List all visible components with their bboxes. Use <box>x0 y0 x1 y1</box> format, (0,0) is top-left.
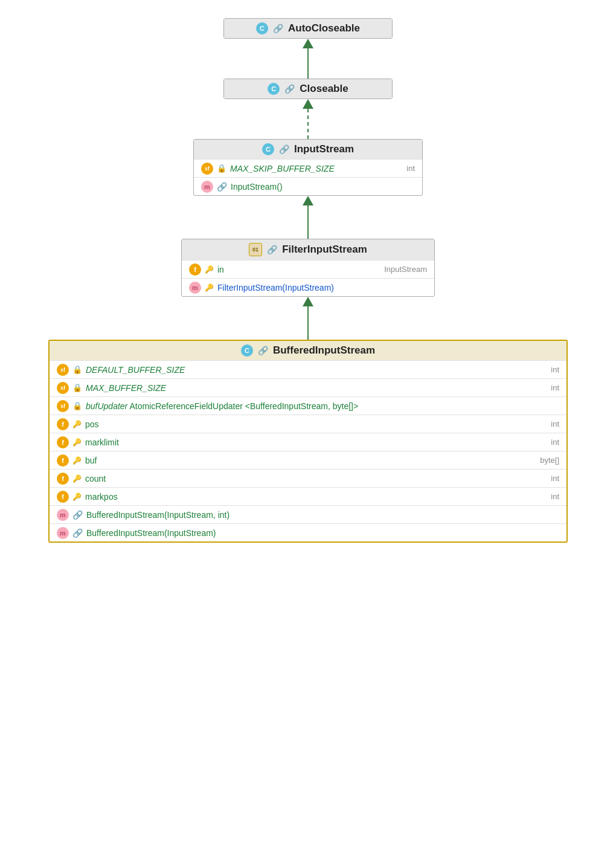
badge-m-filterinputstream-ctor: m <box>189 282 201 294</box>
arrow-inputstream-filterinputstream <box>303 196 313 239</box>
field-maxskip-name: MAX_SKIP_BUFFER_SIZE <box>230 164 403 173</box>
badge-f-pos: f <box>57 418 69 430</box>
link-icon-bufferedinputstream-ctor1: 🔗 <box>72 510 83 520</box>
field-marklimit-name: marklimit <box>85 438 547 447</box>
class-autocloseable-name: AutoCloseable <box>288 22 360 34</box>
arrow-line-4 <box>307 306 309 340</box>
arrow-closeable-inputstream <box>303 99 313 139</box>
field-buf: f 🔑 buf byte[] <box>50 451 566 469</box>
key-icon-markpos: 🔑 <box>72 493 82 501</box>
field-buf-updater: sf 🔒 bufUpdater AtomicReferenceFieldUpda… <box>50 396 566 415</box>
class-autocloseable-header: C 🔗 AutoCloseable <box>224 19 392 38</box>
class-inputstream-name: InputStream <box>294 143 354 155</box>
field-count-type: int <box>551 474 559 483</box>
link-icon-autocloseable: 🔗 <box>273 24 283 33</box>
class-closeable-name: Closeable <box>300 83 348 95</box>
link-icon-closeable: 🔗 <box>284 84 295 94</box>
field-default-buffer-size: sf 🔒 DEFAULT_BUFFER_SIZE int <box>50 360 566 378</box>
badge-sf-maxskip: sf <box>201 163 213 175</box>
badge-c-inputstream: C <box>262 143 274 155</box>
field-maxbuffersize-name: MAX_BUFFER_SIZE <box>86 383 547 393</box>
class-diagram: C 🔗 AutoCloseable C 🔗 Closeable C 🔗 Inpu… <box>36 18 580 845</box>
arrow-head-1 <box>303 39 313 48</box>
key-icon-filterinputstream-ctor: 🔑 <box>205 283 214 292</box>
class-closeable-header: C 🔗 Closeable <box>224 79 392 99</box>
badge-f-count: f <box>57 473 69 485</box>
field-buf-type: byte[] <box>540 456 559 465</box>
method-bufferedinputstream-ctor2-name: BufferedInputStream(InputStream) <box>86 528 559 538</box>
key-icon-pos: 🔑 <box>72 420 82 428</box>
badge-f-in: f <box>189 263 201 276</box>
link-icon-filterinputstream: 🔗 <box>267 245 277 254</box>
badge-sf-maxbuffersize: sf <box>57 382 69 394</box>
field-markpos-name: markpos <box>85 492 547 502</box>
badge-f-markpos: f <box>57 491 69 503</box>
method-inputstream-ctor-name: InputStream() <box>231 182 415 192</box>
method-bufferedinputstream-ctor1: m 🔗 BufferedInputStream(InputStream, int… <box>50 505 566 523</box>
lock-icon-defaultbuffersize: 🔒 <box>72 365 82 374</box>
field-buf-name: buf <box>85 456 536 465</box>
class-autocloseable: C 🔗 AutoCloseable <box>223 18 393 39</box>
badge-f-buf: f <box>57 454 69 467</box>
field-bufupdater-name: bufUpdater AtomicReferenceFieldUpdater <… <box>86 401 559 411</box>
field-marklimit: f 🔑 marklimit int <box>50 433 566 451</box>
class-filterinputstream: 01 🔗 FilterInputStream f 🔑 in InputStrea… <box>181 239 435 297</box>
key-icon-count: 🔑 <box>72 474 82 483</box>
lock-icon-bufupdater: 🔒 <box>72 401 82 410</box>
field-count-name: count <box>85 474 547 483</box>
class-bufferedinputstream-header: C 🔗 BufferedInputStream <box>50 341 566 360</box>
method-inputstream-constructor: m 🔗 InputStream() <box>194 177 422 195</box>
field-count: f 🔑 count int <box>50 469 566 487</box>
class-filterinputstream-header: 01 🔗 FilterInputStream <box>182 239 434 260</box>
badge-f-marklimit: f <box>57 436 69 448</box>
lock-icon-maxbuffersize: 🔒 <box>72 383 82 392</box>
field-maxbuffersize-type: int <box>551 383 559 392</box>
link-icon-inputstream-ctor: 🔗 <box>217 182 227 192</box>
link-icon-bufferedinputstream-ctor2: 🔗 <box>72 528 83 538</box>
badge-sf-defaultbuffersize: sf <box>57 364 69 376</box>
link-icon-bufferedinputstream: 🔗 <box>258 346 268 355</box>
badge-c-bufferedinputstream: C <box>241 344 253 357</box>
badge-c-closeable: C <box>268 83 280 95</box>
class-bufferedinputstream: C 🔗 BufferedInputStream sf 🔒 DEFAULT_BUF… <box>48 340 568 543</box>
key-icon-in: 🔑 <box>205 265 214 274</box>
arrow-line-3 <box>307 205 309 239</box>
field-pos-type: int <box>551 419 559 428</box>
method-bufferedinputstream-ctor2: m 🔗 BufferedInputStream(InputStream) <box>50 523 566 541</box>
field-defaultbuffersize-name: DEFAULT_BUFFER_SIZE <box>86 365 547 375</box>
field-in-type: InputStream <box>384 265 427 274</box>
field-markpos: f 🔑 markpos int <box>50 487 566 505</box>
class-inputstream-header: C 🔗 InputStream <box>194 140 422 159</box>
field-defaultbuffersize-type: int <box>551 365 559 374</box>
field-max-skip-buffer-size: sf 🔒 MAX_SKIP_BUFFER_SIZE int <box>194 159 422 177</box>
arrow-head-3 <box>303 196 313 205</box>
field-maxskip-type: int <box>406 164 415 173</box>
arrow-line-2 <box>307 109 309 139</box>
field-markpos-type: int <box>551 492 559 501</box>
arrow-filterinputstream-bufferedinputstream <box>303 297 313 340</box>
method-filterinputstream-constructor: m 🔑 FilterInputStream(InputStream) <box>182 278 434 296</box>
class-inputstream: C 🔗 InputStream sf 🔒 MAX_SKIP_BUFFER_SIZ… <box>193 139 423 196</box>
field-in: f 🔑 in InputStream <box>182 260 434 278</box>
class-closeable: C 🔗 Closeable <box>223 79 393 99</box>
field-max-buffer-size: sf 🔒 MAX_BUFFER_SIZE int <box>50 378 566 396</box>
badge-sf-bufupdater: sf <box>57 400 69 412</box>
class-filterinputstream-name: FilterInputStream <box>282 244 367 256</box>
badge-m-bufferedinputstream-ctor2: m <box>57 527 69 539</box>
arrow-head-2 <box>303 99 313 109</box>
field-in-name: in <box>217 265 380 274</box>
badge-01-filterinputstream: 01 <box>249 243 262 256</box>
badge-m-inputstream-ctor: m <box>201 181 213 193</box>
field-pos-name: pos <box>85 419 547 429</box>
link-icon-inputstream: 🔗 <box>279 144 289 154</box>
method-filterinputstream-ctor-name: FilterInputStream(InputStream) <box>217 283 427 293</box>
arrow-head-4 <box>303 297 313 306</box>
arrow-line-1 <box>307 48 309 79</box>
class-bufferedinputstream-name: BufferedInputStream <box>273 344 375 357</box>
key-icon-marklimit: 🔑 <box>72 438 82 447</box>
field-pos: f 🔑 pos int <box>50 415 566 433</box>
field-marklimit-type: int <box>551 438 559 447</box>
method-bufferedinputstream-ctor1-name: BufferedInputStream(InputStream, int) <box>86 510 559 520</box>
badge-m-bufferedinputstream-ctor1: m <box>57 509 69 521</box>
badge-c-autocloseable: C <box>256 22 268 34</box>
